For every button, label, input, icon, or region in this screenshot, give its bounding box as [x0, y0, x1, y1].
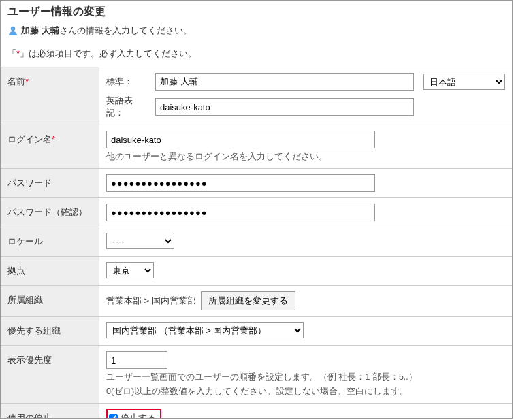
language-select[interactable]: 日本語: [423, 74, 505, 90]
label-stop: 使用の停止: [1, 404, 99, 419]
priority-hint1: ユーザー一覧画面でのユーザーの順番を設定します。（例 社長：1 部長：5..）: [106, 372, 505, 383]
password-input[interactable]: [106, 174, 375, 192]
label-org: 所属組織: [1, 286, 99, 317]
base-select[interactable]: 東京: [106, 262, 154, 278]
locale-select[interactable]: ----: [106, 233, 174, 249]
user-icon: [7, 25, 18, 36]
label-primary-org: 優先する組織: [1, 317, 99, 346]
primary-org-select[interactable]: 国内営業部 （営業本部 > 国内営業部）: [106, 322, 304, 338]
required-note: 「*」は必須項目です。必ず入力してください。: [1, 42, 512, 67]
label-base: 拠点: [1, 257, 99, 286]
change-org-button[interactable]: 所属組織を変更する: [201, 291, 295, 310]
form-table: 名前* 標準： 日本語 英語表記： ログイン名* 他のユーザーと異なるログイン名…: [1, 67, 512, 419]
subtitle-user: 加藤 大輔: [21, 25, 59, 37]
label-password-confirm: パスワード（確認）: [1, 198, 99, 227]
label-name: 名前*: [1, 67, 99, 125]
subtitle-rest: さんの情報を入力してください。: [59, 25, 192, 37]
stop-label: 停止する: [121, 412, 156, 419]
label-login: ログイン名*: [1, 125, 99, 169]
priority-hint2: 0(ゼロ)以上の整数値を入力してください。設定しない場合、空白にします。: [106, 386, 505, 398]
login-input[interactable]: [106, 131, 375, 148]
label-english: 英語表記：: [106, 95, 150, 119]
svg-point-0: [11, 27, 15, 31]
name-standard-input[interactable]: [155, 73, 414, 91]
label-standard: 標準：: [106, 76, 150, 88]
login-hint: 他のユーザーと異なるログイン名を入力してください。: [106, 151, 505, 163]
stop-checkbox[interactable]: [109, 414, 118, 419]
label-priority: 表示優先度: [1, 346, 99, 404]
priority-input[interactable]: [106, 351, 167, 369]
password-confirm-input[interactable]: [106, 204, 375, 221]
page-title: ユーザー情報の変更: [7, 5, 505, 19]
name-english-input[interactable]: [155, 98, 414, 116]
org-path: 営業本部 > 国内営業部: [106, 295, 196, 306]
stop-highlight-box: 停止する: [106, 409, 161, 419]
label-locale: ロケール: [1, 227, 99, 257]
label-password: パスワード: [1, 169, 99, 198]
